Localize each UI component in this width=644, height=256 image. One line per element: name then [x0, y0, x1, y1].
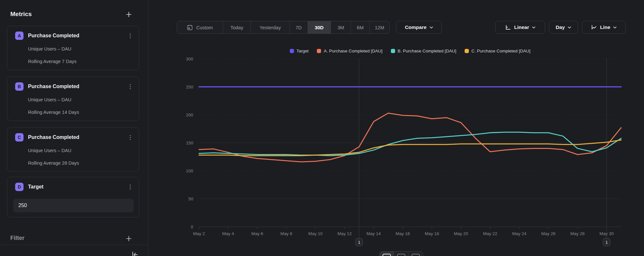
- filter-section-title: Filter: [10, 235, 24, 242]
- sidebar-divider: [0, 245, 148, 245]
- mini-chart-option-2[interactable]: [394, 251, 409, 256]
- plus-icon: [125, 235, 133, 242]
- metrics-dashboard: Metrics A Purchase Completed Unique User…: [0, 0, 644, 256]
- y-axis-tick-label: 150: [186, 141, 193, 145]
- x-axis-tick-label: May 24: [512, 231, 526, 236]
- sidebar-title: Metrics: [10, 11, 32, 18]
- x-axis-tick-label: May 10: [308, 231, 323, 236]
- metric-card-c[interactable]: C Purchase Completed Unique Users – DAU …: [7, 127, 139, 172]
- x-axis-tick-label: May 12: [337, 231, 352, 236]
- metric-title: Purchase Completed: [28, 84, 79, 89]
- add-filter-button[interactable]: [125, 235, 133, 242]
- metric-rolling-average: Rolling Average 14 Days: [28, 110, 79, 115]
- kebab-menu-icon[interactable]: [127, 183, 134, 191]
- x-axis-tick-label: May 2: [193, 231, 205, 236]
- chart-thumbnail-icon: [383, 254, 391, 256]
- metric-measure: Unique Users – DAU: [28, 148, 71, 153]
- mini-chart-option-3[interactable]: [409, 251, 423, 256]
- metric-title: Purchase Completed: [28, 134, 79, 140]
- target-title: Target: [28, 184, 43, 190]
- x-axis-tick-label: May 22: [483, 231, 497, 236]
- x-axis-tick-label: May 28: [570, 231, 584, 236]
- y-axis-tick-label: 250: [186, 85, 193, 89]
- target-card[interactable]: D Target: [7, 177, 139, 217]
- metric-badge-b: B: [15, 82, 24, 91]
- x-axis-tick-label: May 20: [454, 231, 468, 236]
- y-axis-tick-label: 0: [191, 224, 193, 229]
- kebab-menu-icon[interactable]: [127, 32, 134, 40]
- metric-rolling-average: Rolling Average 7 Days: [28, 59, 76, 64]
- annotation-marker-label: 1: [605, 240, 608, 245]
- x-axis-tick-label: May 6: [251, 231, 263, 236]
- y-axis-tick-label: 300: [186, 57, 193, 61]
- metric-measure: Unique Users – DAU: [28, 46, 71, 51]
- x-axis-tick-label: May 14: [366, 231, 381, 236]
- x-axis-tick-label: May 26: [541, 231, 555, 236]
- mini-chart-option-1[interactable]: [380, 251, 394, 256]
- add-metric-button[interactable]: [125, 11, 133, 18]
- series-line-c: [199, 140, 621, 156]
- metrics-sidebar: Metrics A Purchase Completed Unique User…: [0, 0, 148, 256]
- y-axis-tick-label: 200: [186, 113, 193, 117]
- chart-panel: Custom Today Yesterday 7D 30D 3M 6M 12M …: [148, 0, 644, 256]
- x-axis-tick-label: May 16: [396, 231, 410, 236]
- metric-rolling-average: Rolling Average 28 Days: [28, 160, 79, 166]
- plus-icon: [125, 11, 133, 18]
- y-axis-tick-label: 50: [188, 197, 193, 201]
- collapse-sidebar-button[interactable]: [130, 250, 139, 256]
- metric-badge-c: C: [15, 133, 24, 142]
- metric-card-b[interactable]: B Purchase Completed Unique Users – DAU …: [7, 77, 139, 121]
- annotation-marker-label: 1: [358, 240, 360, 245]
- target-value-input[interactable]: [13, 199, 134, 212]
- line-chart[interactable]: 050100150200250300May 2May 4May 6May 8Ma…: [148, 0, 644, 256]
- metric-title: Purchase Completed: [28, 33, 79, 39]
- y-axis-tick-label: 100: [186, 169, 193, 173]
- x-axis-tick-label: May 18: [425, 231, 439, 236]
- chart-type-mini-toggle: [379, 251, 423, 256]
- metric-badge-d: D: [15, 183, 24, 191]
- kebab-menu-icon[interactable]: [127, 133, 134, 142]
- x-axis-tick-label: May 4: [222, 231, 234, 236]
- x-axis-tick-label: May 8: [280, 231, 292, 236]
- metric-measure: Unique Users – DAU: [28, 97, 71, 102]
- kebab-menu-icon[interactable]: [127, 82, 134, 91]
- metric-badge-a: A: [15, 32, 24, 40]
- metric-card-a[interactable]: A Purchase Completed Unique Users – DAU …: [7, 26, 139, 70]
- collapse-left-icon: [130, 250, 139, 256]
- chart-thumbnail-icon: [412, 254, 420, 256]
- chart-thumbnail-icon: [397, 254, 405, 256]
